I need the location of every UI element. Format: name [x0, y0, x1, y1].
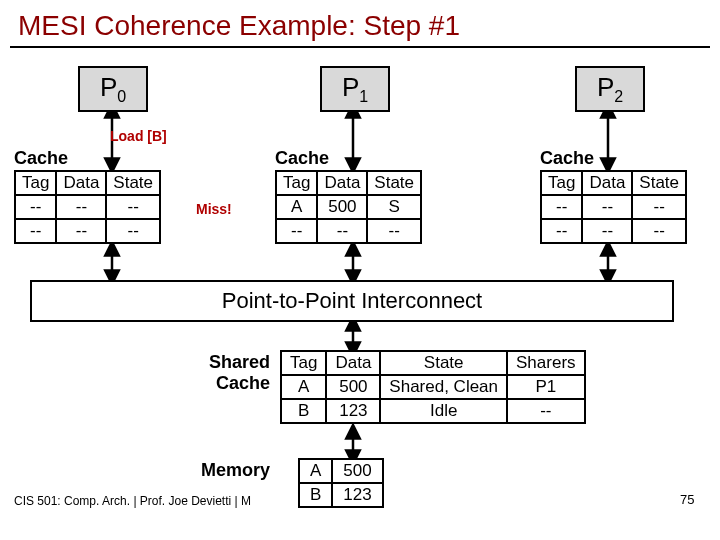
miss-label: Miss! — [196, 201, 232, 217]
th: State — [632, 171, 686, 195]
cache-table-2: TagDataState ------ ------ — [540, 170, 687, 244]
td: A — [276, 195, 317, 219]
td: -- — [56, 219, 106, 243]
td: -- — [56, 195, 106, 219]
td: S — [367, 195, 421, 219]
slide-footer: CIS 501: Comp. Arch. | Prof. Joe Deviett… — [14, 494, 251, 508]
td: -- — [541, 195, 582, 219]
td: Shared, Clean — [380, 375, 507, 399]
proc-sub: 0 — [117, 88, 126, 105]
th: Data — [582, 171, 632, 195]
td: -- — [276, 219, 317, 243]
cache-table-0: TagDataState ------ ------ — [14, 170, 161, 244]
th: Data — [56, 171, 106, 195]
proc-label: P — [342, 72, 359, 102]
th: Tag — [276, 171, 317, 195]
td: 500 — [332, 459, 382, 483]
interconnect-bar: Point-to-Point Interconnect — [30, 280, 674, 322]
td: -- — [582, 195, 632, 219]
memory-label: Memory — [190, 460, 270, 481]
shared-cache-table: Tag Data State Sharers A 500 Shared, Cle… — [280, 350, 586, 424]
proc-sub: 2 — [614, 88, 623, 105]
load-b-label: Load [B] — [110, 128, 167, 144]
td: -- — [106, 195, 160, 219]
td: -- — [507, 399, 585, 423]
processor-p2: P2 — [575, 66, 645, 112]
th: Tag — [541, 171, 582, 195]
cache-label-1: Cache — [275, 148, 329, 169]
td: -- — [106, 219, 160, 243]
memory-table: A500 B123 — [298, 458, 384, 508]
th: State — [106, 171, 160, 195]
td: 123 — [332, 483, 382, 507]
td: A — [299, 459, 332, 483]
td: 500 — [326, 375, 380, 399]
processor-p0: P0 — [78, 66, 148, 112]
cache-label-2: Cache — [540, 148, 594, 169]
td: -- — [632, 195, 686, 219]
slide-title: MESI Coherence Example: Step #1 — [0, 0, 720, 46]
th: State — [380, 351, 507, 375]
td: -- — [541, 219, 582, 243]
proc-sub: 1 — [359, 88, 368, 105]
diagram-stage: P0 P1 P2 Load [B] Cache Cache Cache TagD… — [0, 48, 720, 508]
th: Data — [317, 171, 367, 195]
th: State — [367, 171, 421, 195]
td: 500 — [317, 195, 367, 219]
td: B — [281, 399, 326, 423]
cache-label-0: Cache — [14, 148, 68, 169]
processor-p1: P1 — [320, 66, 390, 112]
th: Tag — [15, 171, 56, 195]
cache-table-1: TagDataState A500S ------ — [275, 170, 422, 244]
td: 123 — [326, 399, 380, 423]
td: P1 — [507, 375, 585, 399]
td: -- — [15, 219, 56, 243]
td: Idle — [380, 399, 507, 423]
shared-word1: Shared — [209, 352, 270, 372]
proc-label: P — [100, 72, 117, 102]
shared-word2: Cache — [216, 373, 270, 393]
th: Tag — [281, 351, 326, 375]
td: -- — [632, 219, 686, 243]
th: Data — [326, 351, 380, 375]
arrow-layer — [0, 48, 720, 508]
td: -- — [317, 219, 367, 243]
page-number: 75 — [680, 492, 694, 507]
td: -- — [582, 219, 632, 243]
th: Sharers — [507, 351, 585, 375]
proc-label: P — [597, 72, 614, 102]
td: -- — [367, 219, 421, 243]
td: A — [281, 375, 326, 399]
shared-cache-label: Shared Cache — [190, 352, 270, 394]
td: -- — [15, 195, 56, 219]
td: B — [299, 483, 332, 507]
